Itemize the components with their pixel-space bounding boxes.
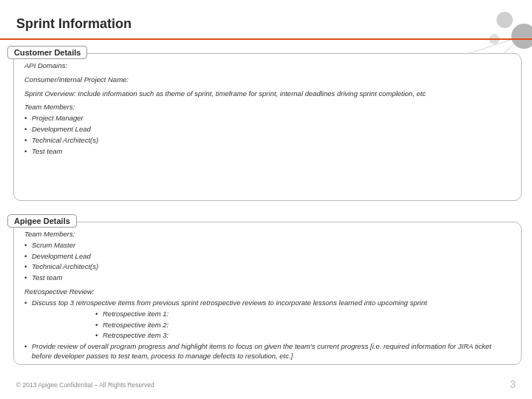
retro-label: Provide review of overall program progre… [32,342,511,361]
bullet-icon: • [24,342,32,361]
bullet-icon: • [24,241,32,250]
member-label: Development Lead [32,125,91,134]
apigee-details-panel: Team Members: •Scrum Master •Development… [13,222,522,365]
page-title: Sprint Information [16,16,132,32]
sprint-overview-label: Sprint Overview: Include information suc… [24,89,511,99]
member-label: Test team [32,147,62,157]
title-rule [0,38,532,40]
bullet-icon: • [24,125,32,134]
retrospective-heading: Retrospective Review: [24,287,511,297]
bullet-icon: • [24,299,32,308]
member-label: Project Manager [32,114,83,123]
page-number: 3 [510,378,516,390]
list-item: •Test team [24,147,511,157]
list-item: •Retrospective item 3: [24,331,511,341]
list-item: •Project Manager [24,114,511,123]
team-members-heading: Team Members: [24,103,511,112]
list-item: •Discuss top 3 retrospective items from … [24,299,511,308]
member-label: Scrum Master [32,241,75,250]
list-item: •Retrospective item 1: [24,310,511,319]
apigee-details-tab: Apigee Details [7,214,77,228]
customer-details-panel: API Domains: Consumer/Internal Project N… [13,53,522,201]
list-item: •Test team [24,273,511,283]
list-item: •Technical Architect(s) [24,136,511,146]
corner-decoration [451,0,532,52]
customer-details-tab: Customer Details [7,46,87,59]
list-item: •Retrospective item 2: [24,321,511,330]
team-members-heading: Team Members: [24,230,511,239]
footer-copyright: © 2013 Apigee Confidential – All Rights … [16,381,154,389]
bullet-icon: • [24,273,32,283]
retro-item-label: Retrospective item 3: [103,331,168,341]
bullet-icon: • [24,147,32,157]
retro-item-label: Retrospective item 1: [103,310,168,319]
list-item: •Scrum Master [24,241,511,250]
member-label: Development Lead [32,252,91,262]
bullet-icon: • [24,262,32,272]
bullet-icon: • [95,310,103,319]
member-label: Test team [32,273,62,283]
retro-label: Discuss top 3 retrospective items from p… [32,299,427,308]
list-item: •Development Lead [24,125,511,134]
bullet-icon: • [24,136,32,146]
bullet-icon: • [24,252,32,262]
list-item: •Technical Architect(s) [24,262,511,272]
api-domains-label: API Domains: [24,61,511,71]
member-label: Technical Architect(s) [32,136,98,146]
bullet-icon: • [95,331,103,341]
list-item: •Development Lead [24,252,511,262]
bullet-icon: • [95,321,103,330]
retro-item-label: Retrospective item 2: [103,321,168,330]
member-label: Technical Architect(s) [32,262,98,272]
bullet-icon: • [24,114,32,123]
list-item: •Provide review of overall program progr… [24,342,511,361]
project-name-label: Consumer/Internal Project Name: [24,75,511,85]
